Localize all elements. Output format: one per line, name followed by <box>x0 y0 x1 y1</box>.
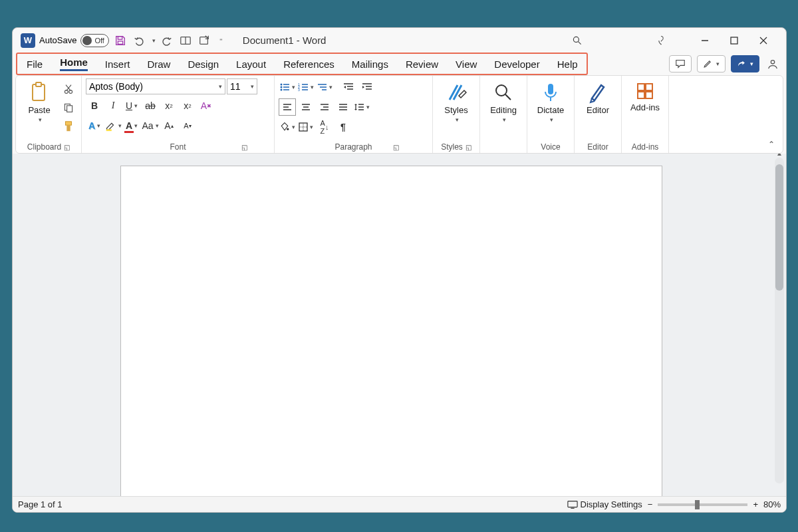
page-indicator[interactable]: Page 1 of 1 <box>18 499 63 509</box>
search-button[interactable] <box>563 31 592 51</box>
tab-layout[interactable]: Layout <box>227 54 275 74</box>
group-label: Editor <box>587 142 608 153</box>
chevron-down-icon: ▾ <box>716 61 720 67</box>
tab-draw[interactable]: Draw <box>138 54 179 74</box>
borders-button[interactable]: ▾ <box>297 118 315 136</box>
styles-button[interactable]: Styles ▾ <box>437 78 475 126</box>
document-area: ▲ <box>13 154 786 496</box>
tab-help[interactable]: Help <box>549 54 587 74</box>
qat-customize-icon[interactable]: ⁼ <box>219 37 223 44</box>
svg-point-5 <box>573 37 579 42</box>
document-page[interactable] <box>120 166 662 496</box>
svg-line-6 <box>579 41 581 44</box>
numbering-button[interactable]: 123▾ <box>297 78 315 96</box>
redo-button[interactable] <box>160 33 174 48</box>
highlight-button[interactable]: ▾ <box>104 117 122 134</box>
app-icon: W <box>21 33 35 48</box>
maximize-button[interactable] <box>720 31 749 51</box>
dialog-launcher-icon[interactable]: ◱ <box>393 144 399 151</box>
align-right-button[interactable] <box>316 98 333 116</box>
dialog-launcher-icon[interactable]: ◱ <box>466 144 471 151</box>
zoom-out-button[interactable]: − <box>648 499 653 509</box>
group-styles: Styles ▾ Styles◱ <box>433 76 480 153</box>
strikethrough-button[interactable]: ab <box>142 97 159 114</box>
italic-button[interactable]: I <box>104 97 122 114</box>
tab-insert[interactable]: Insert <box>96 54 139 74</box>
group-font: Aptos (Body)▾ 11▾ B I U▾ ab x2 x2 A✖ A▾ … <box>82 76 275 153</box>
tab-review[interactable]: Review <box>397 54 447 74</box>
scrollbar-thumb[interactable] <box>775 164 783 291</box>
zoom-level[interactable]: 80% <box>763 499 781 509</box>
tab-view[interactable]: View <box>447 54 485 74</box>
autosave-toggle[interactable]: Off <box>80 34 108 47</box>
cut-button[interactable] <box>60 80 77 98</box>
font-name-combo[interactable]: Aptos (Body)▾ <box>86 78 225 94</box>
account-button[interactable] <box>765 55 781 72</box>
editing-button[interactable]: Editing ▾ <box>484 78 523 126</box>
undo-dropdown-icon[interactable]: ▾ <box>152 37 156 44</box>
dialog-launcher-icon[interactable]: ◱ <box>241 144 247 151</box>
zoom-in-button[interactable]: + <box>753 499 758 509</box>
tab-file[interactable]: File <box>18 54 51 74</box>
svg-rect-9 <box>731 37 737 44</box>
comments-button[interactable] <box>669 55 692 72</box>
change-case-button[interactable]: Aa▾ <box>142 117 159 134</box>
justify-button[interactable] <box>334 98 352 116</box>
help-tip-button[interactable] <box>646 31 676 51</box>
share-button[interactable]: ▾ <box>731 55 759 72</box>
tab-design[interactable]: Design <box>179 54 227 74</box>
format-painter-button[interactable] <box>60 118 77 135</box>
font-color-button[interactable]: A▾ <box>123 117 140 134</box>
subscript-button[interactable]: x2 <box>160 97 178 114</box>
align-center-button[interactable] <box>297 98 315 116</box>
show-marks-button[interactable]: ¶ <box>334 118 352 136</box>
shrink-font-button[interactable]: A▾ <box>179 117 196 134</box>
sort-button[interactable]: AZ↓ <box>316 118 333 136</box>
svg-rect-67 <box>548 84 553 94</box>
copy-button[interactable] <box>60 99 77 116</box>
group-clipboard: Paste ▾ Clipboard◱ <box>16 76 82 153</box>
bullets-button[interactable]: ▾ <box>279 78 296 96</box>
grow-font-button[interactable]: A▴ <box>160 117 178 134</box>
editor-button[interactable]: Editor <box>579 78 617 118</box>
vertical-scrollbar[interactable]: ▲ <box>775 158 784 483</box>
tab-references[interactable]: References <box>275 54 343 74</box>
qat-button-1[interactable] <box>178 33 193 48</box>
text-effects-button[interactable]: A▾ <box>86 117 103 134</box>
undo-button[interactable] <box>132 33 146 48</box>
close-button[interactable] <box>749 31 778 51</box>
zoom-slider-handle[interactable] <box>695 500 700 509</box>
save-button[interactable] <box>113 33 128 48</box>
editing-mode-button[interactable]: ▾ <box>697 55 726 72</box>
dictate-button[interactable]: Dictate ▾ <box>531 78 570 126</box>
shading-button[interactable]: ▾ <box>279 118 296 136</box>
tab-home[interactable]: Home <box>51 54 96 74</box>
increase-indent-button[interactable] <box>358 78 376 96</box>
zoom-slider[interactable] <box>658 503 747 506</box>
display-settings-button[interactable]: Display Settings <box>567 499 642 509</box>
scroll-up-icon[interactable]: ▲ <box>776 154 783 157</box>
bold-button[interactable]: B <box>86 97 103 114</box>
paste-button[interactable]: Paste ▾ <box>20 78 59 126</box>
line-spacing-button[interactable]: ▾ <box>353 98 370 116</box>
font-size-combo[interactable]: 11▾ <box>227 78 257 94</box>
clear-formatting-button[interactable]: A✖ <box>198 97 215 114</box>
addins-button[interactable]: Add-ins <box>626 78 664 115</box>
decrease-indent-button[interactable] <box>340 78 357 96</box>
align-left-button[interactable] <box>279 98 296 116</box>
underline-button[interactable]: U▾ <box>123 97 140 114</box>
collapse-ribbon-button[interactable]: ⌃ <box>768 140 775 149</box>
qat-button-2[interactable] <box>197 33 211 48</box>
superscript-button[interactable]: x2 <box>179 97 196 114</box>
dialog-launcher-icon[interactable]: ◱ <box>64 144 70 151</box>
multilevel-list-button[interactable]: ▾ <box>316 78 333 96</box>
tab-developer[interactable]: Developer <box>485 54 548 74</box>
tabs-highlight: File Home Insert Draw Design Layout Refe… <box>16 53 588 75</box>
autosave-control[interactable]: AutoSave Off <box>39 34 109 47</box>
svg-point-26 <box>281 86 283 88</box>
chevron-down-icon: ▾ <box>134 102 138 109</box>
minimize-button[interactable] <box>690 31 720 51</box>
svg-rect-69 <box>646 84 652 90</box>
tab-mailings[interactable]: Mailings <box>343 54 397 74</box>
svg-rect-0 <box>118 36 122 39</box>
